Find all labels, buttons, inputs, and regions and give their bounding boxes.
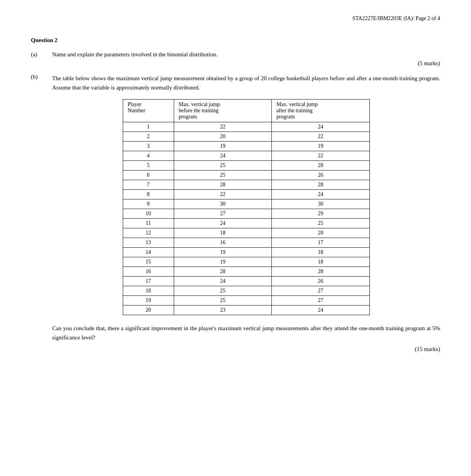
player-number: 19 [123,296,174,306]
jump-after: 18 [272,248,369,257]
table-row: 62526 [123,170,369,180]
player-number: 12 [123,228,174,238]
jump-after: 18 [272,257,369,267]
jump-after: 29 [272,209,369,219]
jump-after: 28 [272,161,369,170]
jump-before: 28 [174,180,271,190]
jump-before: 24 [174,219,271,228]
jump-before: 19 [174,142,271,151]
col2-header: Max. vertical jump before the training p… [174,100,271,122]
header-text: STA2227E/IBM2203E (IA)/ Page 2 of 4 [352,15,440,21]
player-number: 16 [123,267,174,277]
table-row: 82224 [123,190,369,199]
table-row: 162828 [123,267,369,277]
player-number: 18 [123,286,174,296]
jump-after: 24 [272,306,369,315]
col3-header: Max. vertical jump after the training pr… [272,100,369,122]
jump-after: 22 [272,151,369,161]
jump-before: 24 [174,151,271,161]
player-number: 8 [123,190,174,199]
player-number: 15 [123,257,174,267]
table-row: 131617 [123,238,369,248]
jump-after: 26 [272,277,369,286]
player-number: 13 [123,238,174,248]
jump-after: 26 [272,170,369,180]
table-container: Player Number Max. vertical jump before … [52,99,440,315]
jump-before: 25 [174,296,271,306]
jump-before: 19 [174,257,271,267]
conclusion-text: Can you conclude that, there a significa… [52,324,440,342]
table-row: 182527 [123,286,369,296]
player-number: 14 [123,248,174,257]
part-b-letter: (b) [31,74,52,353]
jump-before: 30 [174,199,271,209]
table-row: 102729 [123,209,369,219]
player-number: 2 [123,132,174,142]
part-a-letter: (a) [31,51,52,67]
question-part-b: (b) The table below shows the maximum ve… [31,74,440,353]
jump-after: 20 [272,228,369,238]
jump-after: 27 [272,286,369,296]
jump-after: 19 [272,142,369,151]
jump-before: 25 [174,161,271,170]
table-row: 172426 [123,277,369,286]
data-table: Player Number Max. vertical jump before … [123,99,370,315]
part-b-intro: The table below shows the maximum vertic… [52,74,440,92]
jump-after: 28 [272,180,369,190]
jump-before: 16 [174,238,271,248]
table-row: 93030 [123,199,369,209]
table-row: 52528 [123,161,369,170]
col1-header: Player Number [123,100,174,122]
jump-after: 27 [272,296,369,306]
jump-before: 23 [174,306,271,315]
jump-before: 25 [174,286,271,296]
table-row: 72828 [123,180,369,190]
table-row: 42422 [123,151,369,161]
table-row: 112425 [123,219,369,228]
jump-after: 17 [272,238,369,248]
jump-after: 24 [272,122,369,132]
table-row: 141918 [123,248,369,257]
jump-before: 20 [174,132,271,142]
jump-before: 25 [174,170,271,180]
jump-before: 18 [174,228,271,238]
part-a-text: Name and explain the parameters involved… [52,51,440,58]
part-a-marks: (5 marks) [52,60,440,67]
jump-after: 30 [272,199,369,209]
jump-before: 24 [174,277,271,286]
player-number: 3 [123,142,174,151]
table-row: 202324 [123,306,369,315]
player-number: 5 [123,161,174,170]
player-number: 11 [123,219,174,228]
question-label: Question 2 [31,37,440,44]
part-b-marks: (15 marks) [52,346,440,353]
jump-after: 22 [272,132,369,142]
jump-before: 19 [174,248,271,257]
jump-before: 22 [174,190,271,199]
player-number: 10 [123,209,174,219]
player-number: 1 [123,122,174,132]
part-b-content: The table below shows the maximum vertic… [52,74,440,353]
player-number: 9 [123,199,174,209]
question-part-a: (a) Name and explain the parameters invo… [31,51,440,67]
player-number: 4 [123,151,174,161]
table-row: 31919 [123,142,369,151]
table-row: 22022 [123,132,369,142]
part-a-content: Name and explain the parameters involved… [52,51,440,67]
jump-before: 27 [174,209,271,219]
player-number: 6 [123,170,174,180]
table-row: 121820 [123,228,369,238]
jump-after: 28 [272,267,369,277]
page-header: STA2227E/IBM2203E (IA)/ Page 2 of 4 [31,15,440,22]
table-row: 12224 [123,122,369,132]
table-row: 192527 [123,296,369,306]
player-number: 17 [123,277,174,286]
jump-before: 28 [174,267,271,277]
table-row: 151918 [123,257,369,267]
player-number: 20 [123,306,174,315]
player-number: 7 [123,180,174,190]
jump-after: 25 [272,219,369,228]
jump-before: 22 [174,122,271,132]
jump-after: 24 [272,190,369,199]
